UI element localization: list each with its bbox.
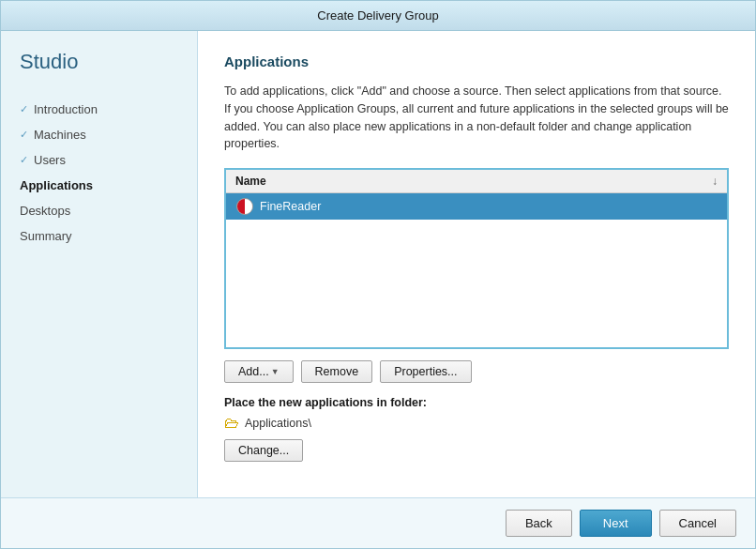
table-action-buttons: Add... ▼ Remove Properties... [224, 360, 729, 383]
back-button[interactable]: Back [506, 510, 572, 537]
cancel-button[interactable]: Cancel [659, 510, 736, 537]
window-title: Create Delivery Group [317, 8, 438, 23]
add-button-label: Add... [238, 365, 269, 378]
table-body: FineReader [226, 193, 727, 347]
column-name-header: Name [235, 175, 712, 188]
main-panel: Applications To add applications, click … [198, 31, 755, 497]
sidebar-item-machines[interactable]: ✓ Machines [1, 122, 197, 147]
sidebar-label-desktops: Desktops [20, 204, 70, 218]
folder-path-row: 🗁 Applications\ [224, 415, 729, 432]
sidebar-label-users: Users [34, 153, 66, 167]
folder-section: Place the new applications in folder: 🗁 … [224, 396, 729, 462]
sidebar-item-users[interactable]: ✓ Users [1, 147, 197, 173]
check-icon: ✓ [20, 103, 28, 115]
next-button[interactable]: Next [580, 510, 652, 537]
properties-button-label: Properties... [394, 365, 457, 378]
table-row[interactable]: FineReader [226, 193, 727, 220]
check-icon: ✓ [20, 154, 28, 166]
properties-button[interactable]: Properties... [380, 360, 471, 383]
sidebar-label-introduction: Introduction [34, 102, 98, 116]
description-text: To add applications, click "Add" and cho… [224, 83, 729, 153]
title-bar: Create Delivery Group [1, 1, 755, 31]
back-label: Back [525, 516, 552, 530]
sidebar-label-summary: Summary [20, 229, 72, 243]
change-button-label: Change... [238, 444, 289, 457]
sidebar-item-applications[interactable]: Applications [1, 173, 197, 198]
sidebar-item-desktops[interactable]: Desktops [1, 198, 197, 223]
add-dropdown-arrow: ▼ [271, 367, 280, 376]
sidebar-item-introduction[interactable]: ✓ Introduction [1, 97, 197, 122]
sidebar-item-summary[interactable]: Summary [1, 223, 197, 249]
footer-buttons: Back Next Cancel [1, 497, 755, 548]
table-header: Name ↓ [226, 170, 727, 193]
sort-icon: ↓ [712, 175, 718, 188]
sidebar-label-applications: Applications [20, 178, 93, 192]
panel-title: Applications [224, 53, 729, 69]
add-button[interactable]: Add... ▼ [224, 360, 294, 383]
folder-path-text: Applications\ [245, 417, 311, 430]
app-icon-finereader [235, 197, 254, 216]
sidebar: Studio ✓ Introduction ✓ Machines ✓ Users… [1, 31, 198, 497]
sidebar-label-machines: Machines [34, 128, 86, 142]
folder-label: Place the new applications in folder: [224, 396, 729, 409]
remove-button[interactable]: Remove [301, 360, 373, 383]
remove-button-label: Remove [315, 365, 359, 378]
folder-icon: 🗁 [224, 415, 239, 432]
cancel-label: Cancel [679, 516, 717, 530]
applications-table: Name ↓ FineReader [224, 168, 729, 349]
content-area: Studio ✓ Introduction ✓ Machines ✓ Users… [1, 31, 755, 497]
check-icon: ✓ [20, 129, 28, 141]
next-label: Next [603, 516, 628, 530]
main-window: Create Delivery Group Studio ✓ Introduct… [0, 0, 756, 549]
app-name-finereader: FineReader [260, 200, 321, 213]
change-folder-button[interactable]: Change... [224, 439, 303, 462]
studio-title: Studio [1, 50, 197, 97]
